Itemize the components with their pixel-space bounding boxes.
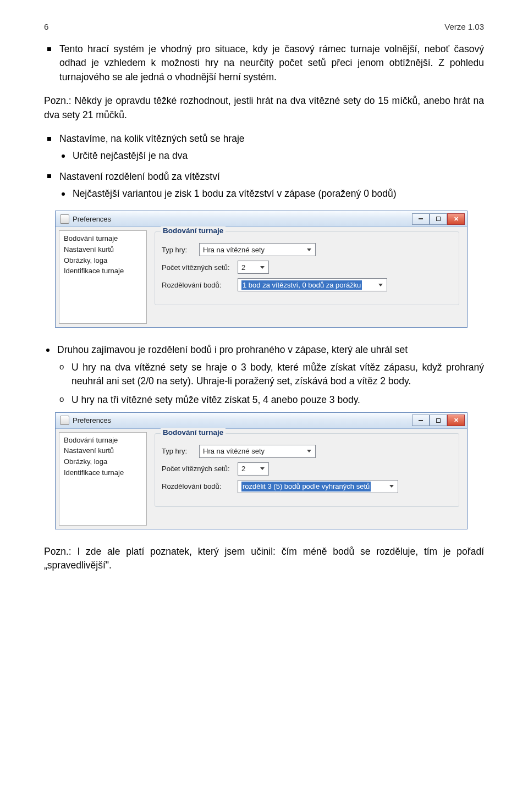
set-points-text: Nastavení rozdělení bodů za vítězství	[59, 171, 220, 182]
combo-sets-value: 2	[241, 465, 245, 473]
set-winningsets: Nastavíme, na kolik vítězných setů se hr…	[44, 132, 484, 163]
chevron-down-icon	[258, 263, 266, 271]
chevron-down-icon	[305, 246, 313, 253]
combo-points-value: 1 bod za vítězství, 0 bodů za porážku	[241, 280, 362, 290]
note-2: Pozn.: I zde ale platí poznatek, který j…	[44, 545, 484, 573]
window-titlebar[interactable]: Preferences	[56, 211, 467, 227]
label-points: Rozdělování bodů:	[162, 281, 233, 290]
point-split-text: Druhou zajímavou je rozdělení bodů i pro…	[57, 344, 408, 355]
sidebar-list[interactable]: Bodování turnaje Nastavení kurtů Obrázky…	[59, 230, 147, 324]
combo-points-value: rozdělit 3 (5) bodů podle vyhraných setů	[241, 482, 371, 491]
window-title: Preferences	[73, 416, 412, 425]
maximize-button[interactable]	[430, 415, 447, 426]
para-1: Tento hrací systém je vhodný pro situace…	[44, 42, 484, 84]
sidebar-item-ident[interactable]: Identifikace turnaje	[64, 266, 142, 277]
label-sets: Počet vítězných setů:	[162, 263, 233, 272]
minimize-button[interactable]	[412, 213, 430, 225]
set-winningsets-text: Nastavíme, na kolik vítězných setů se hr…	[59, 133, 245, 144]
sidebar-item-scoring[interactable]: Bodování turnaje	[64, 233, 142, 244]
set-winningsets-sub: Určitě nejčastější je na dva	[59, 149, 484, 163]
scoring-groupbox: Bodování turnaje Typ hry: Hra na vítězné…	[155, 231, 459, 305]
chevron-down-icon	[377, 281, 384, 289]
window-icon	[60, 214, 69, 224]
combo-sets-value: 2	[241, 263, 245, 272]
sidebar-item-images[interactable]: Obrázky, loga	[64, 255, 142, 266]
close-button[interactable]	[447, 213, 465, 225]
combo-game-type-value: Hra na vítězné sety	[203, 246, 265, 255]
sidebar-item-ident[interactable]: Identifikace turnaje	[64, 467, 142, 478]
combo-points[interactable]: rozdělit 3 (5) bodů podle vyhraných setů	[238, 480, 398, 493]
combo-game-type-value: Hra na vítězné sety	[203, 447, 265, 456]
sidebar-item-courts[interactable]: Nastavení kurtů	[64, 244, 142, 255]
chevron-down-icon	[388, 483, 395, 490]
combo-game-type[interactable]: Hra na vítězné sety	[199, 243, 316, 256]
note-1-text: Někdy je opravdu těžké rozhodnout, jestl…	[44, 95, 484, 120]
point-split-item: Druhou zajímavou je rozdělení bodů i pro…	[44, 343, 484, 407]
groupbox-title: Bodování turnaje	[161, 428, 226, 437]
scoring-groupbox: Bodování turnaje Typ hry: Hra na vítězné…	[155, 433, 459, 507]
groupbox-title: Bodování turnaje	[161, 227, 226, 235]
note-2-text: I zde ale platí poznatek, který jsem uči…	[44, 546, 484, 571]
chevron-down-icon	[305, 448, 313, 455]
label-game-type: Typ hry:	[162, 447, 195, 456]
combo-sets[interactable]: 2	[238, 261, 269, 274]
sidebar-item-images[interactable]: Obrázky, loga	[64, 456, 142, 467]
page-version: Verze 1.03	[444, 22, 484, 31]
close-button[interactable]	[447, 415, 465, 426]
note-prefix: Pozn.:	[44, 546, 72, 557]
paragraph-square-list: Tento hrací systém je vhodný pro situace…	[44, 42, 484, 84]
page-header: 6 Verze 1.03	[44, 22, 484, 31]
note-prefix: Pozn.:	[44, 95, 72, 106]
maximize-button[interactable]	[430, 213, 447, 225]
note-1: Pozn.: Někdy je opravdu těžké rozhodnout…	[44, 94, 484, 122]
combo-sets[interactable]: 2	[238, 462, 269, 476]
minimize-button[interactable]	[412, 415, 430, 426]
window-titlebar[interactable]: Preferences	[56, 413, 467, 429]
sidebar-item-scoring[interactable]: Bodování turnaje	[64, 435, 142, 446]
sidebar-list[interactable]: Bodování turnaje Nastavení kurtů Obrázky…	[59, 432, 147, 526]
label-game-type: Typ hry:	[162, 246, 195, 255]
settings-list-2: Druhou zajímavou je rozdělení bodů i pro…	[44, 343, 484, 407]
chevron-down-icon	[258, 465, 266, 473]
label-points: Rozdělování bodů:	[162, 482, 233, 491]
point-split-sub1: U hry na dva vítězné sety se hraje o 3 b…	[57, 361, 484, 389]
label-sets: Počet vítězných setů:	[162, 465, 233, 473]
point-split-sub2: U hry na tři vítězné sety může vítěz zís…	[57, 393, 484, 407]
set-points-sub: Nejčastější variantou je zisk 1 bodu za …	[59, 187, 484, 201]
combo-points[interactable]: 1 bod za vítězství, 0 bodů za porážku	[238, 278, 387, 291]
window-title: Preferences	[73, 215, 412, 224]
preferences-window-2: Preferences Bodování turnaje Nastavení k…	[55, 412, 468, 529]
settings-list-1: Nastavíme, na kolik vítězných setů se hr…	[44, 132, 484, 201]
window-icon	[60, 416, 69, 425]
preferences-window-1: Preferences Bodování turnaje Nastavení k…	[55, 211, 468, 328]
page-number: 6	[44, 22, 48, 31]
sidebar-item-courts[interactable]: Nastavení kurtů	[64, 445, 142, 456]
combo-game-type[interactable]: Hra na vítězné sety	[199, 445, 316, 458]
set-points: Nastavení rozdělení bodů za vítězství Ne…	[44, 170, 484, 201]
